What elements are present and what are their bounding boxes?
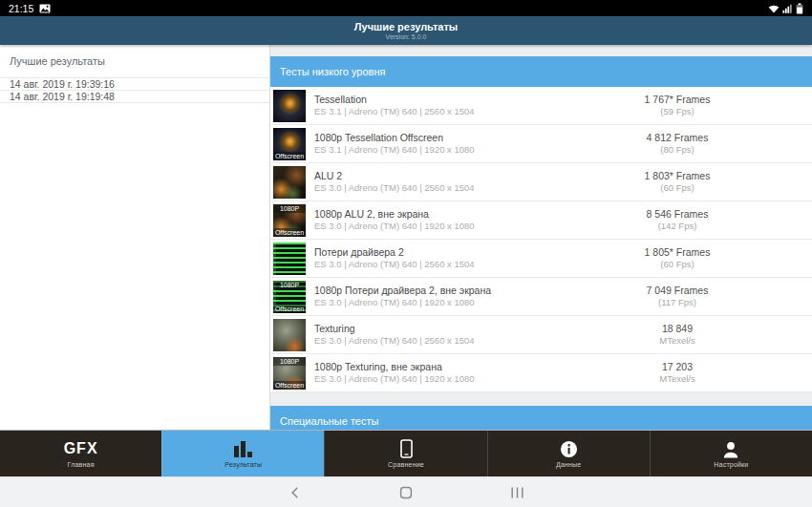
sidebar-item-result-2[interactable]: 14 авг. 2019 г. 19:19:48 [0,91,269,103]
test-results-panel: Тесты низкого уровня Tessellation ES 3.1… [270,45,812,430]
test-result-row[interactable]: 1080P Offscreen 1080p Texturing, вне экр… [270,354,812,392]
test-title: 1080p Tessellation Offscreen [314,132,596,144]
test-result: 17 203 MTexel/s [596,361,759,385]
tab-label: Сравнение [388,461,424,468]
tab-label: Настройки [714,461,748,468]
page-title: Лучшие результаты [354,21,458,33]
test-result-row[interactable]: Offscreen 1080p Tessellation Offscreen E… [270,125,812,163]
results-sidebar: Лучшие результаты 14 авг. 2019 г. 19:39:… [0,45,270,430]
app-header: Лучшие результаты Version: 5.0.0 [0,16,812,45]
test-result: 7 049 Frames (117 Fps) [596,285,759,308]
test-info: 1080p ALU 2, вне экрана ES 3.0 | Adreno … [306,208,596,232]
tab-label: Результаты [224,461,262,468]
section-rows: Tessellation ES 3.1 | Adreno (TM) 640 | … [270,87,812,392]
person-icon [721,439,740,458]
test-result: 1 803* Frames (60 Fps) [596,170,759,194]
battery-icon [796,3,803,14]
result-date-label: 14 авг. 2019 г. 19:39:16 [10,78,115,90]
section-title: Тесты низкого уровня [280,66,385,77]
home-icon[interactable] [392,482,420,503]
test-config: ES 3.0 | Adreno (TM) 640 | 1920 x 1080 [314,373,596,385]
test-score-unit: (60 Fps) [596,259,759,270]
test-title: Tessellation [314,94,596,106]
test-config: ES 3.0 | Adreno (TM) 640 | 2560 x 1504 [314,259,596,270]
test-result: 18 849 MTexel/s [596,323,759,347]
thumb-1080p-label: 1080P [273,204,306,213]
thumb-1080p-label: 1080P [273,281,306,289]
tab-main[interactable]: GFX Главная [0,431,161,476]
test-config: ES 3.1 | Adreno (TM) 640 | 2560 x 1504 [314,106,596,117]
test-title: 1080p Texturing, вне экрана [314,361,596,373]
recents-icon[interactable] [502,482,531,503]
test-title: 1080p Потери драйвера 2, вне экрана [314,285,596,297]
test-title: 1080p ALU 2, вне экрана [314,208,596,221]
content-area: Лучшие результаты 14 авг. 2019 г. 19:39:… [0,45,812,430]
notification-icons [39,4,51,13]
test-thumbnail [273,166,306,199]
test-thumbnail [273,243,306,275]
info-icon [560,439,578,458]
test-thumbnail [273,90,306,122]
test-score-unit: MTexel/s [596,335,759,347]
test-title: Texturing [314,323,596,335]
test-result-row[interactable]: Tessellation ES 3.1 | Adreno (TM) 640 | … [270,87,812,125]
test-thumbnail [273,319,306,351]
test-score-unit: (59 Fps) [596,106,759,117]
android-nav-bar [0,476,812,507]
signal-icon [782,4,793,13]
test-thumbnail: 1080P Offscreen [273,357,306,390]
image-icon [39,4,51,13]
test-result-row[interactable]: Потери драйвера 2 ES 3.0 | Adreno (TM) 6… [270,240,812,278]
tab-compare[interactable]: Сравнение [324,431,486,476]
test-thumbnail: 1080P Offscreen [273,281,306,313]
test-result-row[interactable]: 1080P Offscreen 1080p Потери драйвера 2,… [270,278,812,316]
section-title: Специальные тесты [280,415,378,427]
results-section: Специальные тесты [270,406,812,430]
test-config: ES 3.0 | Adreno (TM) 640 | 1920 x 1080 [314,221,596,232]
test-score-unit: (60 Fps) [596,182,759,194]
test-score: 18 849 [596,323,759,335]
section-header: Специальные тесты [270,406,812,430]
tab-settings[interactable]: Настройки [650,431,812,476]
test-score: 4 812 Frames [596,132,759,144]
thumb-offscreen-label: Offscreen [273,305,306,313]
test-result: 1 805* Frames (60 Fps) [596,246,759,270]
gfxbench-app-screen: 21:15 Лучшие результаты Version: 5.0.0 Л… [0,0,812,507]
test-score: 8 546 Frames [596,208,759,221]
test-result-row[interactable]: ALU 2 ES 3.0 | Adreno (TM) 640 | 2560 x … [270,163,812,201]
test-score: 7 049 Frames [596,285,759,297]
thumb-1080p-label: 1080P [273,357,306,366]
test-result-row[interactable]: 1080P Offscreen 1080p ALU 2, вне экрана … [270,201,812,240]
sidebar-header: Лучшие результаты [0,45,269,78]
result-date-label: 14 авг. 2019 г. 19:19:48 [10,91,115,102]
sidebar-result-list: 14 авг. 2019 г. 19:39:16 14 авг. 2019 г.… [0,78,269,103]
test-score-unit: (142 Fps) [596,221,759,232]
smartphone-icon [399,439,414,458]
test-score-unit: MTexel/s [596,373,759,385]
test-title: ALU 2 [314,170,596,182]
test-config: ES 3.1 | Adreno (TM) 640 | 1920 x 1080 [314,144,596,156]
test-score-unit: (117 Fps) [596,297,759,308]
test-config: ES 3.0 | Adreno (TM) 640 | 2560 x 1504 [314,335,596,347]
system-status-icons [768,3,803,14]
status-bar: 21:15 [0,0,812,16]
tab-results[interactable]: Результаты [161,431,324,476]
test-config: ES 3.0 | Adreno (TM) 640 | 2560 x 1504 [314,182,596,194]
test-title: Потери драйвера 2 [314,246,596,259]
test-info: Потери драйвера 2 ES 3.0 | Adreno (TM) 6… [306,246,596,270]
test-score: 1 803* Frames [596,170,759,182]
sidebar-item-result-1[interactable]: 14 авг. 2019 г. 19:39:16 [0,78,269,91]
test-info: Tessellation ES 3.1 | Adreno (TM) 640 | … [306,94,596,117]
bottom-tab-bar: GFX Главная Результаты Сравнение Данные … [0,430,812,476]
test-info: 1080p Потери драйвера 2, вне экрана ES 3… [306,285,596,308]
thumb-offscreen-label: Offscreen [273,228,306,237]
section-header: Тесты низкого уровня [270,56,812,87]
test-info: 1080p Tessellation Offscreen ES 3.1 | Ad… [306,132,596,156]
gfx-logo: GFX [64,439,98,458]
test-result-row[interactable]: Texturing ES 3.0 | Adreno (TM) 640 | 256… [270,316,812,354]
bar-chart-icon [232,439,254,458]
thumb-offscreen-label: Offscreen [273,381,306,390]
wifi-icon [768,4,780,13]
back-icon[interactable] [281,482,310,503]
tab-data[interactable]: Данные [487,431,650,476]
